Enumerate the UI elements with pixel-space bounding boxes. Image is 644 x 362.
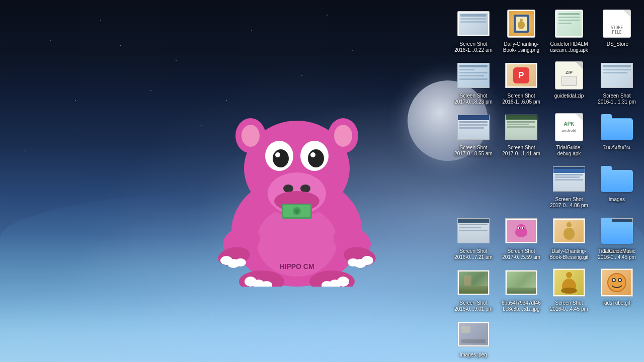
icon-image <box>601 266 633 299</box>
desktop-icon[interactable]: Daily-Chanting-Book-...sing.png <box>498 5 544 56</box>
desktop-icon[interactable]: Screen Shot2017-0...4.06 pm <box>546 160 592 211</box>
icon-label: Screen Shot2017-0...8.55 am <box>454 145 493 157</box>
icon-image <box>505 111 537 143</box>
icon-image <box>553 215 585 247</box>
icon-image <box>457 8 490 40</box>
icon-image <box>505 8 537 40</box>
icon-image <box>457 266 490 299</box>
icon-label: Screen Shot2016-1...1.31 pm <box>598 93 636 105</box>
svg-point-12 <box>310 152 315 157</box>
icon-label: images <box>609 197 625 203</box>
icon-image <box>553 266 585 299</box>
svg-point-44 <box>517 224 526 232</box>
icon-label: images.jpeg <box>460 352 487 358</box>
icon-label: Screen Shot2016-0...9.01 pm <box>454 300 493 312</box>
desktop-icon[interactable]: Daily-Chanting-Book-Blessing.gif <box>546 212 592 263</box>
desktop-icons-area: Screen Shot2016-1...0.22 am <box>448 0 644 362</box>
desktop-icon[interactable]: STOREFILE .DS_Store <box>594 5 640 56</box>
svg-point-11 <box>275 152 280 157</box>
icon-label: Screen Shot2017-0...5.59 am <box>502 248 540 260</box>
icon-image <box>601 59 633 92</box>
icon-label: Screen Shot2016-1...0.22 am <box>454 41 493 53</box>
desktop-icon[interactable]: Screen Shot2016-1...1.31 pm <box>594 57 640 108</box>
icon-label: Screen Shot2017-0...4.06 pm <box>550 197 588 209</box>
desktop-icon[interactable]: Screen Shot2016-0...9.01 pm <box>450 264 497 315</box>
icon-image <box>505 266 537 299</box>
icon-image <box>457 111 490 143</box>
svg-point-4 <box>242 125 260 147</box>
svg-point-47 <box>519 227 520 229</box>
icon-image <box>553 163 585 195</box>
svg-point-10 <box>308 149 324 167</box>
svg-text:HIPPO  CM: HIPPO CM <box>279 262 314 270</box>
icon-label: TidalGuide-debug.apk <box>556 145 582 157</box>
desktop-icon[interactable]: Screen Shot2016-0...4.45 pm <box>546 264 592 315</box>
icon-image <box>457 215 490 247</box>
desktop-icon[interactable]: Screen Shot2016-1...0.22 am <box>450 5 497 56</box>
desktop-icon[interactable]: kidsTube.gif <box>594 264 640 315</box>
desktop-icon[interactable]: P Screen Shot2016-1...6.05 pm <box>498 57 544 108</box>
svg-point-48 <box>523 227 524 229</box>
icon-label: Screen Shot2016-1...6.05 pm <box>502 93 540 105</box>
icon-label: Screen Shot2017-0...8.23 pm <box>454 93 493 105</box>
icon-image <box>601 163 633 195</box>
icon-label: Screen Shot2016-0...7.21 am <box>454 248 493 260</box>
desktop-icon[interactable]: Screen Shot2017-0...5.59 am <box>498 212 544 263</box>
icon-image <box>457 59 490 92</box>
desktop-icon[interactable]: Screen Shot2017-0...8.55 am <box>450 109 497 159</box>
svg-point-58 <box>619 279 621 281</box>
icon-image <box>601 215 633 247</box>
icon-image <box>553 8 585 40</box>
hippo-mascot: $ HIPPO CM <box>216 96 377 287</box>
svg-point-39 <box>348 258 359 266</box>
icon-label: Daily-Chanting-Book-...sing.png <box>500 41 542 53</box>
desktop-icon[interactable]: Screen Shot2017-0...1.41 am <box>498 109 544 159</box>
desktop-icon[interactable]: TidalGuideMusic <box>594 212 640 263</box>
desktop-icon[interactable]: Screen Shot2017-0...8.23 pm <box>450 57 497 108</box>
desktop-icon[interactable]: images <box>594 160 640 211</box>
desktop-icon[interactable]: 6ba54f79347df46bc8c8b...51a.jpg <box>498 264 544 315</box>
svg-point-54 <box>608 274 626 292</box>
icon-label: guidetidal.zip <box>554 93 584 99</box>
icon-label: GuideforTIDALMusicam...bug.apk <box>550 41 588 53</box>
icon-image: ZIP <box>553 59 585 92</box>
icon-image: APKandroid <box>553 111 585 143</box>
svg-point-57 <box>613 279 615 281</box>
svg-point-42 <box>518 21 525 29</box>
icon-label: Daily-Chanting-Book-Blessing.gif <box>549 248 588 260</box>
svg-point-51 <box>566 272 572 278</box>
icon-label: kidsTube.gif <box>603 300 630 306</box>
svg-point-49 <box>567 222 572 227</box>
icon-label: .DS_Store <box>605 41 628 47</box>
desktop-icon[interactable]: GuideforTIDALMusicam...bug.apk <box>546 5 592 56</box>
svg-point-34 <box>235 258 246 266</box>
icon-image: STOREFILE <box>601 8 633 40</box>
svg-point-50 <box>564 228 575 240</box>
icon-label: Screen Shot2016-0...4.45 pm <box>550 300 588 312</box>
icon-image <box>457 318 490 350</box>
icon-image <box>505 215 537 247</box>
desktop-icon[interactable]: ใบแจ้งรับเงิน <box>594 109 640 159</box>
svg-point-53 <box>561 288 577 294</box>
icon-label: TidalGuideMusic <box>598 248 635 254</box>
desktop-icon[interactable]: ZIP guidetidal.zip <box>546 57 592 108</box>
desktop-icon[interactable]: Screen Shot2016-0...7.21 am <box>450 212 497 263</box>
desktop-icon[interactable]: APKandroid TidalGuide-debug.apk <box>546 109 592 159</box>
icon-label: Screen Shot2017-0...1.41 am <box>502 145 540 157</box>
icon-label: 6ba54f79347df46bc8c8b...51a.jpg <box>502 300 541 312</box>
svg-point-6 <box>334 125 352 147</box>
icon-image: P <box>505 59 537 92</box>
icon-image <box>601 111 633 143</box>
icon-label: ใบแจ้งรับเงิน <box>603 145 630 151</box>
desktop-icon[interactable]: images.jpeg <box>450 316 497 360</box>
svg-point-9 <box>273 149 289 167</box>
